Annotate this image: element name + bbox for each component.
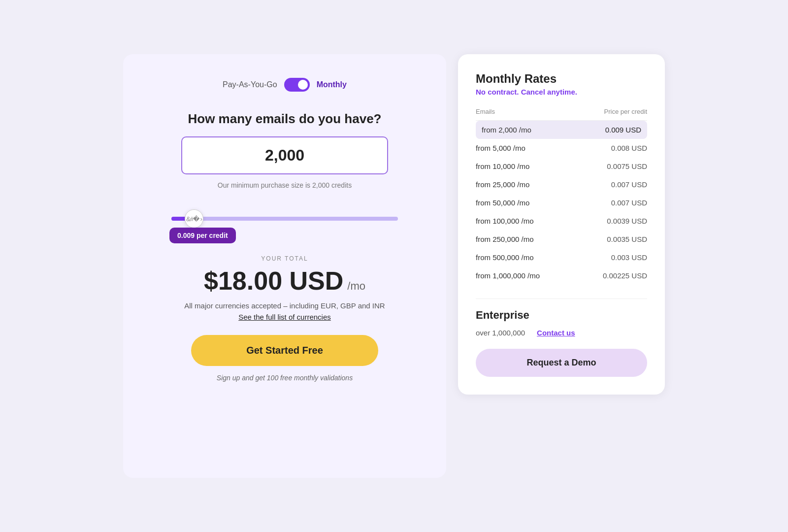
row-price-3: 0.007 USD — [574, 175, 647, 194]
enterprise-row: over 1,000,000 Contact us — [476, 329, 647, 337]
table-row: from 25,000 /mo0.007 USD — [476, 175, 647, 194]
table-row: from 1,000,000 /mo0.00225 USD — [476, 266, 647, 285]
row-price-0: 0.009 USD — [574, 121, 647, 139]
billing-toggle-row: Pay-As-You-Go Monthly — [223, 78, 347, 92]
row-emails-6: from 250,000 /mo — [476, 230, 574, 248]
left-panel: Pay-As-You-Go Monthly How many emails do… — [123, 54, 446, 478]
billing-toggle-switch[interactable] — [284, 78, 310, 92]
col-emails-header: Emails — [476, 108, 574, 121]
enterprise-title: Enterprise — [476, 309, 647, 322]
contact-us-link[interactable]: Contact us — [537, 329, 575, 337]
get-started-button[interactable]: Get Started Free — [191, 335, 378, 366]
table-row: from 50,000 /mo0.007 USD — [476, 194, 647, 212]
enterprise-label: over 1,000,000 — [476, 329, 525, 337]
table-row: from 100,000 /mo0.0039 USD — [476, 212, 647, 230]
row-price-4: 0.007 USD — [574, 194, 647, 212]
slider-handle[interactable]: &#� › — [185, 209, 203, 228]
row-price-8: 0.00225 USD — [574, 266, 647, 285]
row-price-2: 0.0075 USD — [574, 157, 647, 175]
row-price-1: 0.008 USD — [574, 139, 647, 157]
signup-note: Sign up and get 100 free monthly validat… — [217, 374, 353, 382]
row-emails-1: from 5,000 /mo — [476, 139, 574, 157]
table-row: from 500,000 /mo0.003 USD — [476, 248, 647, 266]
toggle-label-monthly: Monthly — [317, 80, 347, 89]
slider-arrows-icon: &#� › — [186, 215, 202, 223]
table-row: from 10,000 /mo0.0075 USD — [476, 157, 647, 175]
total-mo: /mo — [347, 280, 365, 293]
table-row: from 2,000 /mo0.009 USD — [476, 121, 647, 139]
rates-title: Monthly Rates — [476, 72, 647, 86]
currencies-note: All major currencies accepted – includin… — [184, 301, 385, 310]
main-container: Pay-As-You-Go Monthly How many emails do… — [123, 54, 665, 478]
row-price-6: 0.0035 USD — [574, 230, 647, 248]
demo-button[interactable]: Request a Demo — [476, 349, 647, 377]
row-emails-5: from 100,000 /mo — [476, 212, 574, 230]
table-row: from 5,000 /mo0.008 USD — [476, 139, 647, 157]
row-emails-8: from 1,000,000 /mo — [476, 266, 574, 285]
price-badge: 0.009 per credit — [169, 228, 236, 243]
row-emails-3: from 25,000 /mo — [476, 175, 574, 194]
row-emails-0: from 2,000 /mo — [476, 121, 574, 139]
slider-track[interactable]: &#� › 0.009 per credit — [171, 217, 398, 221]
rates-table: Emails Price per credit from 2,000 /mo0.… — [476, 108, 647, 285]
row-price-7: 0.003 USD — [574, 248, 647, 266]
slider-container: &#� › 0.009 per credit — [171, 207, 398, 221]
col-price-header: Price per credit — [574, 108, 647, 121]
row-emails-7: from 500,000 /mo — [476, 248, 574, 266]
your-total-label: YOUR TOTAL — [261, 255, 308, 262]
no-contract-text: No contract. Cancel anytime. — [476, 88, 647, 96]
email-count-input[interactable] — [181, 136, 388, 174]
row-price-5: 0.0039 USD — [574, 212, 647, 230]
question-title: How many emails do you have? — [188, 111, 382, 127]
total-value: $18.00 USD — [204, 266, 343, 296]
divider — [476, 299, 647, 299]
min-purchase-note: Our minimum purchase size is 2,000 credi… — [218, 181, 352, 189]
row-emails-4: from 50,000 /mo — [476, 194, 574, 212]
total-amount-display: $18.00 USD /mo — [204, 266, 365, 296]
right-panel: Monthly Rates No contract. Cancel anytim… — [458, 54, 665, 395]
table-row: from 250,000 /mo0.0035 USD — [476, 230, 647, 248]
row-emails-2: from 10,000 /mo — [476, 157, 574, 175]
currencies-link[interactable]: See the full list of currencies — [238, 313, 331, 321]
toggle-label-payg: Pay-As-You-Go — [223, 80, 277, 89]
